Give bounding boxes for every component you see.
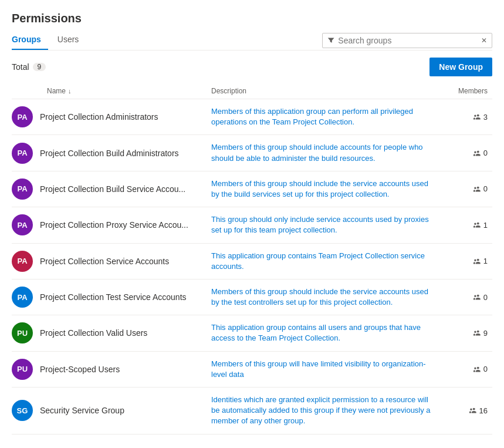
members-icon (473, 113, 481, 121)
members-icon (473, 149, 481, 157)
total-count: 9 (33, 63, 46, 71)
group-name: Project Collection Valid Users (40, 328, 147, 338)
page-title: Permissions (12, 12, 492, 25)
group-name: Project Collection Administrators (40, 112, 158, 122)
group-members: 0 (445, 149, 492, 157)
group-name: Project Collection Service Accounts (40, 257, 169, 266)
group-description: Members of this application group can pe… (211, 106, 445, 127)
group-members: 16 (445, 406, 492, 415)
members-icon (473, 257, 481, 265)
tab-groups[interactable]: Groups (12, 31, 48, 50)
group-description: This application group contains all user… (211, 322, 445, 343)
row-name-col: PA Project Collection Build Service Acco… (12, 178, 211, 200)
col-header-name: Name ↓ (12, 87, 211, 95)
group-members: 0 (445, 184, 492, 193)
search-box[interactable]: ⊘ ✕ (322, 33, 492, 48)
group-name: Project Collection Proxy Service Accou..… (40, 220, 188, 230)
group-members: 1 (445, 257, 492, 265)
group-description: Members of this group will have limited … (211, 359, 445, 380)
members-icon (473, 329, 481, 337)
avatar: SG (12, 400, 33, 421)
clear-search-icon[interactable]: ✕ (481, 36, 487, 45)
group-description: Identities which are granted explicit pe… (211, 395, 445, 427)
avatar: PA (12, 106, 33, 127)
tab-users[interactable]: Users (57, 31, 86, 50)
group-description: This application group contains Team Pro… (211, 251, 445, 272)
filter-icon (327, 36, 334, 45)
group-members: 0 (445, 365, 492, 373)
avatar: PA (12, 214, 33, 235)
group-description: This group should only include service a… (211, 214, 445, 235)
total-badge: Total 9 (12, 62, 46, 72)
avatar: PA (12, 251, 33, 272)
avatar: PA (12, 143, 33, 164)
members-icon (473, 293, 481, 301)
row-name-col: PA Project Collection Service Accounts (12, 251, 211, 272)
table-row[interactable]: PU Project-Scoped Users Members of this … (12, 352, 492, 388)
table-row[interactable]: PA Project Collection Build Administrato… (12, 135, 492, 171)
new-group-button[interactable]: New Group (429, 58, 492, 76)
table-row[interactable]: PA Project Collection Administrators Mem… (12, 99, 492, 135)
group-name: Project Collection Build Administrators (40, 149, 179, 158)
col-header-members: Members (445, 87, 492, 95)
table-header: Name ↓ Description Members (12, 83, 492, 99)
avatar: PU (12, 359, 33, 380)
row-name-col: PA Project Collection Proxy Service Acco… (12, 214, 211, 235)
group-description: Members of this group should include acc… (211, 142, 445, 163)
group-name: Security Service Group (40, 406, 124, 415)
table-row[interactable]: PU Project Collection Valid Users This a… (12, 315, 492, 351)
search-input[interactable] (338, 36, 479, 45)
group-members: 9 (445, 329, 492, 338)
total-label: Total (12, 62, 29, 72)
group-name: Project-Scoped Users (40, 365, 120, 374)
group-members: 3 (445, 113, 492, 122)
group-name: Project Collection Build Service Accou..… (40, 184, 185, 194)
avatar: PA (12, 178, 33, 200)
members-icon (473, 221, 481, 229)
tabs-container: Groups Users (12, 31, 95, 50)
row-name-col: PU Project-Scoped Users (12, 359, 211, 380)
col-header-description: Description (211, 87, 445, 95)
table-row[interactable]: PA Project Collection Test Service Accou… (12, 279, 492, 315)
table-row[interactable]: PA Project Collection Service Accounts T… (12, 244, 492, 279)
toolbar: Total 9 New Group (12, 50, 492, 83)
avatar: PU (12, 322, 33, 343)
table-row[interactable]: PA Project Collection Proxy Service Acco… (12, 207, 492, 243)
row-name-col: SG Security Service Group (12, 400, 211, 421)
group-name: Project Collection Test Service Accounts (40, 292, 187, 302)
group-description: Members of this group should include the… (211, 287, 445, 308)
members-icon (473, 365, 481, 373)
group-members: 1 (445, 221, 492, 230)
table-body: PA Project Collection Administrators Mem… (12, 99, 492, 434)
table-row[interactable]: SG Security Service Group Identities whi… (12, 388, 492, 434)
avatar: PA (12, 287, 33, 308)
table-row[interactable]: PA Project Collection Build Service Acco… (12, 171, 492, 207)
row-name-col: PA Project Collection Build Administrato… (12, 143, 211, 164)
row-name-col: PA Project Collection Test Service Accou… (12, 287, 211, 308)
row-name-col: PA Project Collection Administrators (12, 106, 211, 127)
group-description: Members of this group should include the… (211, 178, 445, 200)
members-icon (469, 406, 477, 415)
row-name-col: PU Project Collection Valid Users (12, 322, 211, 343)
group-members: 0 (445, 293, 492, 302)
members-icon (473, 185, 481, 193)
sort-icon[interactable]: ↓ (68, 87, 72, 95)
